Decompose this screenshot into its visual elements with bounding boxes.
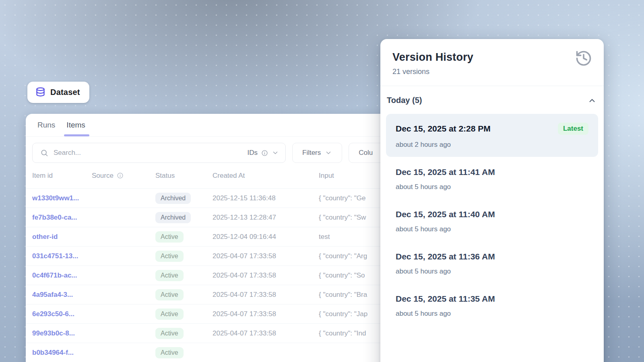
column-header-source: Source	[92, 172, 155, 180]
item-id-link[interactable]: other-id	[32, 233, 58, 241]
status-badge: Active	[155, 270, 184, 281]
column-header-item-id: Item id	[32, 172, 92, 180]
created-at-cell: 2025-04-07 17:33:58	[213, 310, 319, 318]
version-date: Dec 15, 2025 at 11:41 AM	[396, 167, 495, 177]
version-relative-time: about 5 hours ago	[396, 310, 588, 318]
latest-badge: Latest	[558, 123, 588, 135]
info-icon	[117, 172, 124, 179]
chevron-up-icon[interactable]	[588, 96, 597, 105]
status-badge: Active	[155, 328, 184, 339]
version-entry[interactable]: Dec 15, 2025 at 11:41 AM about 5 hours a…	[386, 158, 598, 199]
version-date: Dec 15, 2025 at 11:40 AM	[396, 210, 495, 219]
created-at-cell: 2025-04-07 17:33:58	[213, 252, 319, 260]
version-relative-time: about 5 hours ago	[396, 183, 588, 191]
ids-selector-label: IDs	[248, 149, 258, 157]
item-id-link[interactable]: w1330t9ww1...	[32, 194, 79, 202]
version-history-title: Version History	[392, 51, 592, 64]
item-id-link[interactable]: 4a95afa4-3...	[32, 291, 73, 298]
ids-selector[interactable]: IDs	[248, 149, 279, 157]
search-box[interactable]: IDs	[32, 143, 286, 163]
item-id-link[interactable]: 0c4f671b-ac...	[32, 272, 77, 279]
chevron-down-icon	[272, 149, 279, 156]
tab-items[interactable]: Items	[66, 121, 85, 136]
column-header-status: Status	[155, 172, 213, 180]
version-entry[interactable]: Dec 15, 2025 at 2:28 PM Latest about 2 h…	[386, 114, 598, 157]
history-icon	[575, 49, 592, 67]
created-at-cell: 2025-04-07 17:33:58	[213, 272, 319, 280]
status-badge: Active	[155, 347, 184, 358]
status-badge: Active	[155, 251, 184, 262]
version-history-panel: Version History 21 versions Today (5) De…	[380, 39, 604, 362]
item-id-link[interactable]: 031c4751-13...	[32, 252, 78, 260]
version-relative-time: about 5 hours ago	[396, 225, 588, 233]
status-badge: Active	[155, 289, 184, 300]
version-date: Dec 15, 2025 at 2:28 PM	[396, 124, 491, 134]
item-id-link[interactable]: fe7b38e0-ca...	[32, 214, 77, 221]
columns-button-label: Colu	[359, 149, 373, 157]
version-group-header[interactable]: Today (5)	[386, 96, 598, 105]
version-relative-time: about 2 hours ago	[396, 141, 588, 149]
version-entry[interactable]: Dec 15, 2025 at 11:36 AM about 5 hours a…	[386, 243, 598, 284]
chevron-down-icon	[325, 149, 332, 156]
created-at-cell: 2025-12-15 11:36:48	[213, 194, 319, 202]
version-entry[interactable]: Dec 15, 2025 at 11:40 AM about 5 hours a…	[386, 201, 598, 241]
version-entries-list: Dec 15, 2025 at 2:28 PM Latest about 2 h…	[386, 114, 598, 326]
version-history-header: Version History 21 versions	[380, 39, 604, 86]
created-at-cell: 2025-04-07 17:33:58	[213, 329, 319, 337]
item-id-link[interactable]: b0b34964-f...	[32, 349, 74, 356]
info-icon	[261, 150, 268, 156]
status-badge: Archived	[155, 212, 191, 223]
column-header-created-at: Created At	[213, 172, 319, 180]
item-id-link[interactable]: 99e93b0c-8...	[32, 329, 75, 337]
dataset-chip-label: Dataset	[50, 88, 80, 97]
version-relative-time: about 5 hours ago	[396, 267, 588, 276]
status-badge: Active	[155, 231, 184, 243]
version-entry[interactable]: Dec 15, 2025 at 11:35 AM about 5 hours a…	[386, 285, 598, 326]
status-badge: Active	[155, 309, 184, 320]
search-input[interactable]	[54, 149, 242, 157]
item-id-link[interactable]: 6e293c50-6...	[32, 310, 74, 318]
version-date: Dec 15, 2025 at 11:35 AM	[396, 294, 495, 304]
created-at-cell: 2025-12-13 12:28:47	[213, 214, 319, 222]
status-badge: Archived	[155, 193, 191, 204]
filters-button-label: Filters	[302, 149, 321, 157]
database-icon	[35, 87, 46, 98]
version-group-today: Today (5) Dec 15, 2025 at 2:28 PM Latest…	[380, 86, 604, 326]
search-icon	[40, 149, 48, 157]
filters-button[interactable]: Filters	[292, 143, 342, 163]
created-at-cell: 2025-04-07 17:33:58	[213, 291, 319, 299]
version-group-label: Today (5)	[387, 96, 422, 105]
dataset-chip[interactable]: Dataset	[27, 82, 89, 103]
tab-runs[interactable]: Runs	[37, 121, 55, 136]
version-date: Dec 15, 2025 at 11:36 AM	[396, 252, 495, 261]
created-at-cell: 2025-12-04 09:16:44	[213, 233, 319, 241]
version-count: 21 versions	[392, 68, 592, 76]
